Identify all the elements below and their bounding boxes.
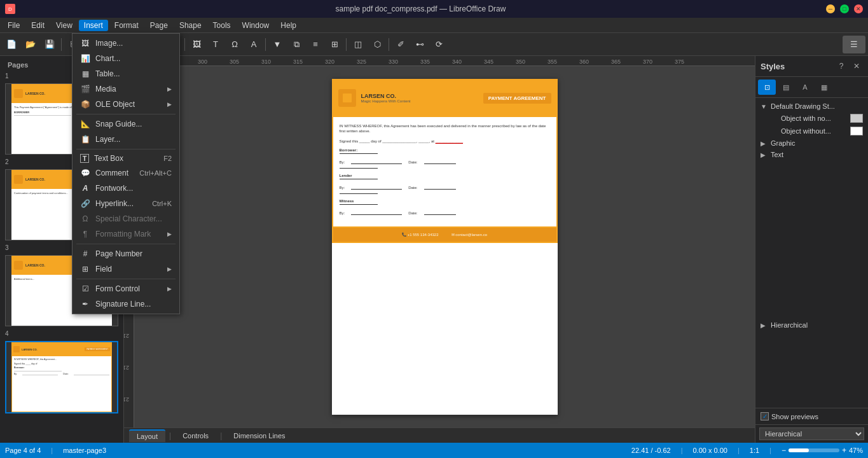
- menu-window[interactable]: Window: [237, 20, 275, 31]
- menu-item-field[interactable]: ⊞ Field ▶: [72, 261, 179, 277]
- tb-special-char[interactable]: Ω: [226, 36, 244, 53]
- zoom-control: − + 47%: [782, 446, 863, 455]
- tb-distribute[interactable]: ⊞: [326, 36, 343, 53]
- menu-format[interactable]: Format: [109, 20, 144, 31]
- menu-tools[interactable]: Tools: [208, 20, 236, 31]
- zoom-out-button[interactable]: −: [782, 446, 786, 455]
- doc-header: LARSEN CO. Magic Happens With Content PA…: [332, 79, 558, 117]
- tb-textbox[interactable]: T: [207, 36, 224, 53]
- menu-edit[interactable]: Edit: [26, 20, 50, 31]
- doc-title-badge: PAYMENT AGREEMENT: [483, 93, 551, 104]
- menu-item-layer[interactable]: 📋 Layer...: [72, 132, 179, 147]
- styles-panel-title: Styles: [761, 62, 785, 71]
- tb-new[interactable]: 📄: [3, 36, 20, 53]
- menu-item-textbox-label: Text Box: [94, 154, 158, 163]
- styles-close-btn[interactable]: ✕: [850, 60, 863, 73]
- tree-label-obj-without: Object without...: [781, 127, 831, 135]
- tree-item-obj-without[interactable]: Object without...: [758, 125, 865, 137]
- style-tab-character[interactable]: A: [796, 80, 814, 95]
- tb-shapes[interactable]: ▼: [268, 36, 286, 53]
- tb-glue[interactable]: ⊷: [411, 36, 429, 53]
- ole-icon: 📦: [80, 99, 90, 109]
- hierarchy-select[interactable]: Hierarchical Flat Custom: [759, 427, 864, 440]
- menu-item-formatting-mark-label: Formatting Mark: [95, 230, 162, 239]
- tree-item-obj-no[interactable]: Object with no...: [758, 112, 865, 125]
- doc-borrower-line-2: [340, 168, 378, 169]
- doc-logo-box: [338, 89, 356, 107]
- menu-file[interactable]: File: [3, 20, 25, 31]
- doc-borrower-label: Borrower:: [340, 148, 550, 152]
- textbox-shortcut: F2: [163, 155, 172, 162]
- tree-arrow-hierarchical: ▶: [761, 322, 768, 329]
- style-tab-frame[interactable]: ▦: [815, 80, 833, 95]
- menu-sep-2: [76, 149, 176, 149]
- style-tab-drawing[interactable]: ⊡: [758, 80, 776, 95]
- zoom-in-button[interactable]: +: [842, 446, 846, 455]
- btab-dimension[interactable]: Dimension Lines: [226, 430, 293, 441]
- menu-item-page-number[interactable]: # Page Number: [72, 246, 179, 261]
- tb-save[interactable]: 💾: [41, 36, 59, 53]
- status-zoom: 47%: [849, 447, 863, 454]
- tb-arrange[interactable]: ⧉: [287, 36, 305, 53]
- menu-item-fontwork[interactable]: A Fontwork...: [72, 181, 179, 196]
- show-previews-checkbox[interactable]: [761, 412, 769, 420]
- doc-by-line-2: [351, 186, 402, 190]
- tree-item-graphic[interactable]: ▶ Graphic: [758, 137, 865, 149]
- chart-icon: 📊: [80, 53, 90, 64]
- tree-preview-obj-without: [850, 127, 863, 135]
- tb-align[interactable]: ≡: [307, 36, 324, 53]
- svg-text:340: 340: [452, 59, 462, 65]
- menu-help[interactable]: Help: [275, 20, 301, 31]
- tb-fontwork[interactable]: A: [245, 36, 263, 53]
- tb-open[interactable]: 📂: [22, 36, 39, 53]
- style-tab-presentation[interactable]: ▤: [777, 80, 795, 95]
- menu-page[interactable]: Page: [145, 20, 173, 31]
- menu-item-signature[interactable]: ✒ Signature Line...: [72, 296, 179, 312]
- tb-sep-5: [346, 38, 347, 51]
- menu-item-snap[interactable]: 📐 Snap Guide...: [72, 116, 179, 132]
- menu-item-table[interactable]: ▦ Table...: [72, 66, 179, 81]
- tb-sep-1: [61, 38, 62, 51]
- menu-view[interactable]: View: [51, 20, 78, 31]
- menu-insert[interactable]: Insert: [79, 20, 108, 31]
- menu-item-media[interactable]: 🎬 Media ▶: [72, 81, 179, 97]
- zoom-slider[interactable]: [789, 448, 839, 452]
- minimize-button[interactable]: ─: [826, 4, 835, 13]
- tree-item-default[interactable]: ▼ Default Drawing St...: [758, 101, 865, 112]
- tb-image[interactable]: 🖼: [188, 36, 205, 53]
- btab-controls[interactable]: Controls: [175, 430, 216, 441]
- btab-layout[interactable]: Layout: [129, 429, 165, 442]
- doc-by-label-3: By:: [340, 211, 345, 215]
- menu-shape[interactable]: Shape: [174, 20, 207, 31]
- svg-text:305: 305: [230, 59, 239, 65]
- svg-text:335: 335: [420, 59, 430, 65]
- textbox-icon: T: [80, 154, 89, 163]
- tb-view-toggle[interactable]: ☰: [843, 36, 865, 53]
- insert-menu: 🖼 Image... 📊 Chart... ▦ Table... 🎬 Media…: [72, 33, 180, 314]
- tree-item-hierarchical[interactable]: ▶ Hierarchical: [758, 319, 865, 331]
- comment-icon: 💬: [80, 168, 90, 178]
- menu-item-ole[interactable]: 📦 OLE Object ▶: [72, 97, 179, 112]
- tb-point-edit[interactable]: ✐: [392, 36, 410, 53]
- tb-toggle[interactable]: ⟳: [430, 36, 448, 53]
- menu-item-hyperlink[interactable]: 🔗 Hyperlink... Ctrl+K: [72, 196, 179, 211]
- svg-text:370: 370: [643, 59, 652, 65]
- tb-shadow[interactable]: ◫: [349, 36, 367, 53]
- tree-item-text[interactable]: ▶ Text: [758, 149, 865, 160]
- menu-item-comment[interactable]: 💬 Comment Ctrl+Alt+C: [72, 165, 179, 181]
- menu-item-textbox[interactable]: T Text Box F2: [72, 151, 179, 165]
- styles-header-icons: ? ✕: [835, 60, 863, 73]
- menu-item-chart[interactable]: 📊 Chart...: [72, 51, 179, 66]
- svg-text:320: 320: [325, 59, 334, 65]
- page-thumb-4[interactable]: 4 LARSEN CO. PAYMENT AGREEMENT IN WITNES…: [3, 329, 121, 413]
- maximize-button[interactable]: □: [840, 4, 849, 13]
- menu-item-form-control[interactable]: ☑ Form Control ▶: [72, 281, 179, 296]
- status-dimensions: 0.00 x 0.00: [692, 447, 727, 454]
- menu-item-image[interactable]: 🖼 Image...: [72, 36, 179, 51]
- close-button[interactable]: ✕: [854, 4, 863, 13]
- tree-label-hierarchical: Hierarchical: [771, 321, 808, 329]
- canvas-scroll[interactable]: LARSEN CO. Magic Happens With Content PA…: [134, 66, 755, 427]
- doc-date-line-3: [424, 211, 456, 215]
- styles-help-btn[interactable]: ?: [835, 60, 848, 73]
- tb-3d[interactable]: ⬡: [368, 36, 386, 53]
